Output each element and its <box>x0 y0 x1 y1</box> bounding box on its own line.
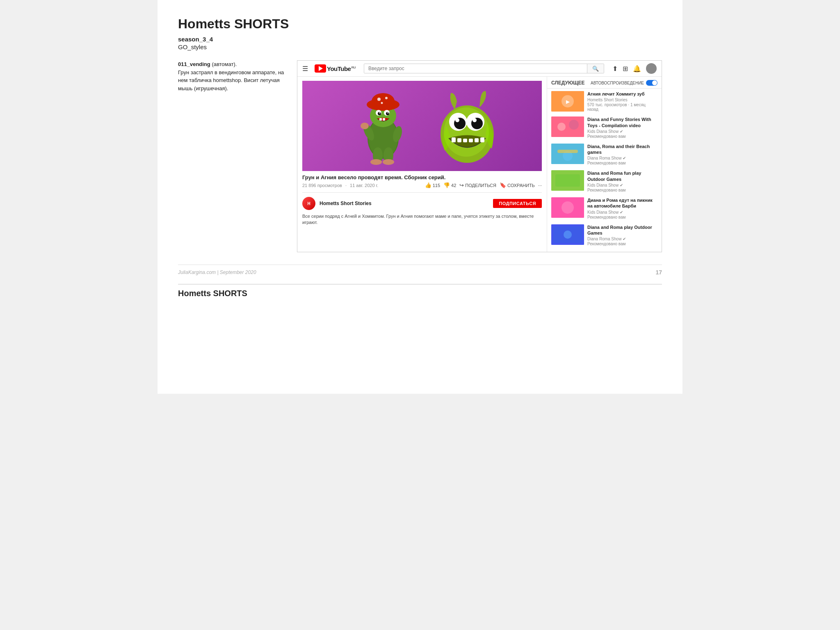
search-button[interactable]: 🔍 <box>587 64 604 73</box>
rec-info: Diana, Roma and their Beach games Diana … <box>587 144 657 166</box>
toggle-dot <box>652 80 657 85</box>
yt-video-title: Грун и Агния весело проводят время. Сбор… <box>302 174 542 180</box>
next-page-hint: Hometts SHORTS <box>178 289 662 298</box>
rec-title: Агния лечит Хоммиту зуб <box>587 91 657 97</box>
rec-info: Диана и Рома едут на пикник на автомобил… <box>587 197 657 219</box>
more-button[interactable]: ··· <box>538 183 542 188</box>
page-footer: JuliaKargina.com | September 2020 17 <box>178 265 662 276</box>
svg-point-41 <box>557 123 566 131</box>
channel-description: Все серии подряд с Агней и Хоммитом. Гру… <box>302 213 542 226</box>
rec-info: Diana and Funny Stories With Toys - Comp… <box>587 116 657 139</box>
rec-item[interactable]: Diana, Roma and their Beach games Diana … <box>547 141 662 168</box>
rec-meta: Рекомендовано вам <box>587 188 657 192</box>
like-button[interactable]: 👍 115 <box>425 182 440 188</box>
rec-meta: Рекомендовано вам <box>587 215 657 219</box>
svg-point-21 <box>370 159 382 165</box>
yt-sidebar-header: Следующее АВТОВОСПРОИЗВЕДЕНИЕ <box>547 80 662 89</box>
desc-paragraph: 011_vending (автомат). Грун застраял в в… <box>178 60 285 92</box>
rec-item[interactable]: Диана и Рома едут на пикник на автомобил… <box>547 195 662 222</box>
page-number: 17 <box>655 269 662 276</box>
svg-rect-31 <box>452 137 456 142</box>
yt-play-icon <box>319 66 323 71</box>
page: Hometts SHORTS season_3_4 GO_styles 011_… <box>158 0 682 394</box>
toggle-switch[interactable] <box>646 80 657 86</box>
rec-item[interactable]: Diana and Roma fun play Outdoor Games Ki… <box>547 168 662 195</box>
rec-info: Агния лечит Хоммиту зуб Hometts Short St… <box>587 91 657 112</box>
footer-text: JuliaKargina.com | September 2020 <box>178 269 256 275</box>
autoplay-label: АВТОВОСПРОИЗВЕДЕНИЕ <box>591 81 644 85</box>
yt-video-section: Грун и Агния весело проводят время. Сбор… <box>297 77 547 252</box>
left-description: 011_vending (автомат). Грун застраял в в… <box>178 60 285 92</box>
save-button[interactable]: 🔖 СОХРАНИТЬ <box>500 182 535 188</box>
dislike-count: 42 <box>451 183 456 188</box>
yt-logo: YouTubeRU <box>315 64 356 73</box>
subscribe-button[interactable]: ПОДПИСАТЬСЯ <box>493 199 542 208</box>
share-button[interactable]: ↪ ПОДЕЛИТЬСЯ <box>459 182 496 188</box>
rec-thumb <box>551 116 584 137</box>
svg-rect-45 <box>557 150 578 153</box>
svg-point-13 <box>388 112 389 114</box>
yt-logo-icon <box>315 64 326 73</box>
rec-meta: Рекомендовано вам <box>587 161 657 165</box>
content-row: 011_vending (автомат). Грун застраял в в… <box>178 60 662 252</box>
rec-item[interactable]: Diana and Funny Stories With Toys - Comp… <box>547 114 662 141</box>
apps-icon[interactable]: ⊞ <box>623 65 628 73</box>
rec-thumb <box>551 170 584 191</box>
svg-point-29 <box>455 118 459 122</box>
svg-rect-15 <box>383 118 385 121</box>
rec-item[interactable]: Diana and Roma play Outdoor Games Diana … <box>547 222 662 249</box>
yt-main: Грун и Агния весело проводят время. Сбор… <box>297 77 662 252</box>
sidebar-next-label: Следующее <box>551 80 585 86</box>
svg-rect-35 <box>475 138 479 142</box>
svg-point-42 <box>569 120 579 130</box>
svg-point-22 <box>383 159 394 165</box>
dislike-button[interactable]: 👎 42 <box>443 182 456 188</box>
yt-logo-ru: RU <box>351 66 356 69</box>
svg-rect-34 <box>469 139 473 142</box>
rec-info: Diana and Roma play Outdoor Games Diana … <box>587 224 657 247</box>
like-count: 115 <box>433 183 440 188</box>
svg-rect-33 <box>463 139 467 142</box>
rec-channel: Hometts Short Stories <box>587 98 657 102</box>
desc-text: Грун застраял в вендинговом аппарате, на… <box>178 69 284 91</box>
rec-thumb <box>551 144 584 164</box>
rec-thumb: ▶ <box>551 91 584 112</box>
rec-meta: Рекомендовано вам <box>587 242 657 246</box>
yt-search-bar: 🔍 <box>364 64 604 73</box>
channel-avatar: H <box>302 197 315 210</box>
video-illustration <box>302 81 542 171</box>
svg-point-17 <box>361 123 369 129</box>
svg-point-7 <box>381 102 383 104</box>
dislike-icon: 👎 <box>443 182 450 188</box>
svg-rect-32 <box>457 138 461 142</box>
share-label: ПОДЕЛИТЬСЯ <box>465 183 496 188</box>
share-icon: ↪ <box>459 182 464 188</box>
autoplay-toggle[interactable]: АВТОВОСПРОИЗВЕДЕНИЕ <box>591 80 657 86</box>
rec-channel: Diana Roma Show ✔ <box>587 156 657 160</box>
svg-text:▶: ▶ <box>566 99 570 105</box>
video-date: 11 авг. 2020 г. <box>350 183 378 188</box>
desc-code-suffix: (автомат). <box>210 61 237 67</box>
yt-logo-text: YouTubeRU <box>327 65 356 72</box>
rec-item[interactable]: ▶ Агния лечит Хоммиту зуб Hometts Short … <box>547 89 662 114</box>
video-date-separator: · <box>345 183 347 188</box>
rec-title: Diana, Roma and their Beach games <box>587 144 657 155</box>
user-avatar[interactable] <box>646 63 657 74</box>
svg-rect-47 <box>555 174 580 187</box>
menu-icon[interactable]: ☰ <box>302 65 308 73</box>
rec-channel: Kids Diana Show ✔ <box>587 183 657 187</box>
yt-video-thumb[interactable] <box>302 81 542 171</box>
rec-channel: Kids Diana Show ✔ <box>587 210 657 215</box>
svg-point-4 <box>372 93 395 110</box>
search-icon: 🔍 <box>592 66 599 72</box>
video-divider <box>302 192 542 193</box>
svg-point-30 <box>472 118 477 122</box>
rec-info: Diana and Roma fun play Outdoor Games Ki… <box>587 170 657 192</box>
rec-title: Диана и Рома едут на пикник на автомобил… <box>587 197 657 209</box>
rec-channel: Kids Diana Show ✔ <box>587 129 657 134</box>
yt-sidebar: Следующее АВТОВОСПРОИЗВЕДЕНИЕ ▶ <box>547 77 662 252</box>
upload-icon[interactable]: ⬆ <box>612 65 618 73</box>
search-input[interactable] <box>364 64 587 73</box>
save-label: СОХРАНИТЬ <box>507 183 535 188</box>
bell-icon[interactable]: 🔔 <box>633 65 641 73</box>
